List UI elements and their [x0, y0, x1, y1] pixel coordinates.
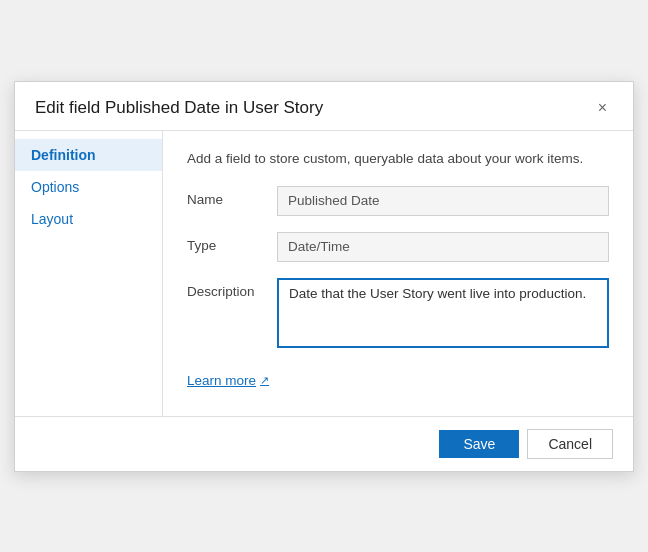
- dialog-overlay: Edit field Published Date in User Story …: [0, 0, 648, 552]
- type-label: Type: [187, 232, 277, 253]
- sidebar-item-options[interactable]: Options: [15, 171, 162, 203]
- type-input[interactable]: [277, 232, 609, 262]
- save-button[interactable]: Save: [439, 430, 519, 458]
- name-input[interactable]: [277, 186, 609, 216]
- description-label: Description: [187, 278, 277, 299]
- name-label: Name: [187, 186, 277, 207]
- sidebar-item-definition[interactable]: Definition: [15, 139, 162, 171]
- dialog-footer: Save Cancel: [15, 416, 633, 471]
- dialog-body: Definition Options Layout Add a field to…: [15, 131, 633, 416]
- description-field-row: Description Date that the User Story wen…: [187, 278, 609, 348]
- external-link-icon: ↗: [260, 374, 269, 387]
- content-description: Add a field to store custom, queryable d…: [187, 151, 609, 166]
- content-area: Add a field to store custom, queryable d…: [163, 131, 633, 416]
- edit-field-dialog: Edit field Published Date in User Story …: [14, 81, 634, 472]
- sidebar-item-layout[interactable]: Layout: [15, 203, 162, 235]
- description-textarea[interactable]: Date that the User Story went live into …: [277, 278, 609, 348]
- sidebar: Definition Options Layout: [15, 131, 163, 416]
- learn-more-row: Learn more ↗: [187, 372, 609, 388]
- cancel-button[interactable]: Cancel: [527, 429, 613, 459]
- dialog-header: Edit field Published Date in User Story …: [15, 82, 633, 131]
- name-field-row: Name: [187, 186, 609, 216]
- close-button[interactable]: ×: [592, 98, 613, 118]
- type-field-row: Type: [187, 232, 609, 262]
- dialog-title: Edit field Published Date in User Story: [35, 98, 323, 118]
- learn-more-link[interactable]: Learn more ↗: [187, 373, 269, 388]
